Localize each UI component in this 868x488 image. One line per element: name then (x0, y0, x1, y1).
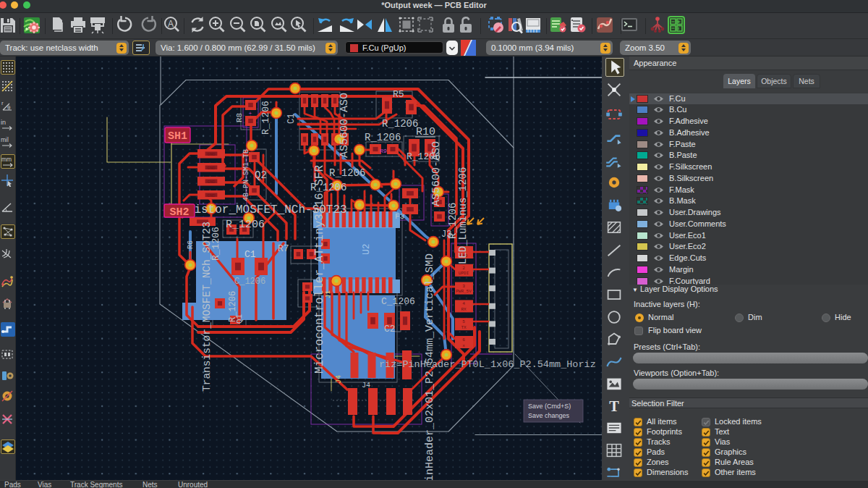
svg-text:R5: R5 (393, 89, 404, 100)
svg-text:J3: J3 (441, 230, 451, 240)
svg-text:Save (Cmd+S): Save (Cmd+S) (528, 403, 571, 410)
svg-text:Save changes: Save changes (528, 412, 570, 419)
svg-text:6: 6 (462, 337, 465, 342)
svg-text:in: in (1, 119, 6, 126)
svg-text:Q1: Q1 (235, 314, 244, 324)
svg-text:R10: R10 (416, 126, 435, 138)
svg-text:R_1206: R_1206 (260, 101, 271, 135)
svg-text:C2: C2 (384, 324, 396, 335)
svg-text:mil: mil (1, 136, 9, 143)
svg-text:C1: C1 (286, 114, 297, 124)
svg-text:mm: mm (1, 156, 12, 163)
svg-text:PWR_5V: PWR_5V (456, 289, 472, 294)
svg-text:θ: θ (7, 104, 11, 111)
svg-text:C_1206: C_1206 (234, 277, 265, 287)
svg-text:C1: C1 (244, 249, 256, 260)
svg-text:R_1206: R_1206 (382, 118, 418, 130)
svg-text:T: T (609, 398, 619, 414)
svg-text:GND: GND (208, 152, 216, 157)
svg-text:R_1206: R_1206 (407, 151, 441, 162)
svg-text:RX: RX (461, 307, 467, 312)
svg-text:J1: J1 (325, 290, 332, 298)
svg-text:U2: U2 (361, 243, 372, 255)
svg-text:R_1206: R_1206 (226, 219, 265, 231)
svg-text:SH2: SH2 (169, 206, 189, 219)
svg-text:AS5600-ASO: AS5600-ASO (339, 93, 351, 158)
svg-text:riz=PinHeader_PT0L_1x06_P2.54m: riz=PinHeader_PT0L_1x06_P2.54mm_Horiz (379, 359, 596, 370)
svg-text:SH1: SH1 (168, 130, 187, 143)
svg-text:R8: R8 (235, 113, 244, 122)
svg-text:R7: R7 (278, 243, 289, 254)
svg-text:GND: GND (208, 166, 216, 171)
svg-text:2: 2 (462, 266, 465, 271)
svg-text:R_1206: R_1206 (310, 182, 346, 193)
svg-text:5: 5 (462, 319, 465, 324)
svg-text:GND: GND (208, 180, 216, 185)
svg-text:4B-PN-SM1-TB: 4B-PN-SM1-TB (242, 149, 250, 201)
svg-text:R6: R6 (187, 240, 195, 249)
svg-text:r: r (1, 100, 4, 106)
svg-text:x: x (462, 343, 465, 348)
svg-text:UPDI: UPDI (459, 271, 469, 276)
svg-text:F3: F3 (395, 212, 404, 221)
svg-text:Q2: Q2 (255, 169, 267, 181)
svg-text:+: + (249, 110, 252, 117)
svg-text:LED_Luminus_1206: LED_Luminus_1206 (457, 167, 469, 264)
svg-text:C_1206: C_1206 (381, 296, 415, 307)
svg-text:R_1206: R_1206 (365, 132, 401, 143)
svg-text:Microcontroller_ATtiny3216-SFR: Microcontroller_ATtiny3216-SFR (313, 165, 326, 374)
svg-text:Transistor_MOSFET_NCh_SOT23: Transistor_MOSFET_NCh_SOT23 (201, 222, 213, 392)
svg-text:R9: R9 (380, 148, 387, 154)
svg-text:GND: GND (208, 193, 216, 198)
svg-text:3: 3 (462, 284, 465, 289)
svg-text:TX: TX (461, 325, 467, 330)
svg-text:J4: J4 (362, 382, 370, 390)
svg-text:J4: J4 (335, 375, 343, 384)
svg-text:R_1206: R_1206 (329, 167, 365, 179)
svg-text:4: 4 (462, 301, 465, 306)
svg-text:A: A (168, 19, 174, 29)
